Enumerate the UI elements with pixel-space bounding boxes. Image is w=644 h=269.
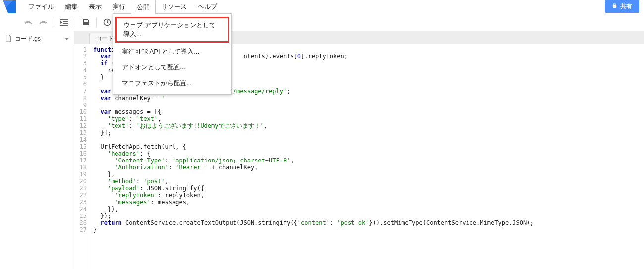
menubar-items: ファイル 編集 表示 実行 公開 リソース ヘルプ xyxy=(23,0,223,14)
code-token: 'payload' xyxy=(108,185,140,192)
code-token: ].replyToken; xyxy=(301,53,348,60)
code-token: ; xyxy=(287,88,290,95)
menu-file[interactable]: ファイル xyxy=(23,0,59,14)
code-token: 'text' xyxy=(108,122,129,129)
gutter-line: 20 xyxy=(74,178,90,185)
code-token: var xyxy=(100,95,111,102)
gutter-line: 22 xyxy=(74,192,90,199)
gutter-line: 1 xyxy=(74,46,90,53)
code-token: : messages, xyxy=(151,199,190,206)
gutter-line: 13 xyxy=(74,129,90,136)
code-token: : JSON.stringify({ xyxy=(140,185,204,192)
gutter-line: 6 xyxy=(74,81,90,88)
menu-view[interactable]: 表示 xyxy=(83,0,107,14)
code-token: return xyxy=(100,219,121,226)
code-token: 'Authorization' xyxy=(115,164,168,171)
code-token: 'content' xyxy=(297,219,330,226)
code-token: 'post' xyxy=(143,178,165,185)
code-token: 'headers' xyxy=(108,150,140,157)
chevron-down-icon xyxy=(65,38,69,40)
code-token: var xyxy=(100,53,111,60)
gutter-line: 2 xyxy=(74,53,90,60)
deploy-from-manifest[interactable]: マニフェストから配置... xyxy=(113,75,231,91)
menu-run[interactable]: 実行 xyxy=(107,0,131,14)
code-token: : replyToken, xyxy=(158,192,204,199)
deploy-as-web-app[interactable]: ウェブ アプリケーションとして導入... xyxy=(115,17,229,43)
code-token: }]; xyxy=(93,129,111,136)
publish-dropdown: ウェブ アプリケーションとして導入... 実行可能 API として導入... ア… xyxy=(113,13,232,95)
gutter-line: 25 xyxy=(74,213,90,219)
gutter-line: 5 xyxy=(74,74,90,81)
gutter-line: 17 xyxy=(74,157,90,164)
gutter-line: 3 xyxy=(74,60,90,67)
gutter-line: 21 xyxy=(74,185,90,192)
code-token: 'post ok' xyxy=(337,219,369,226)
menubar: ファイル 編集 表示 実行 公開 リソース ヘルプ 共有 xyxy=(0,0,644,14)
share-button[interactable]: 共有 xyxy=(605,0,639,13)
gutter-line: 26 xyxy=(74,219,90,226)
code-token: ContentService.createTextOutput(JSON.str… xyxy=(122,219,297,226)
app-logo xyxy=(3,0,16,13)
code-token: }); xyxy=(93,213,111,219)
code-token: 'application/json; charset=UTF-8' xyxy=(172,157,290,164)
code-token: }, xyxy=(93,171,115,178)
code-token: } xyxy=(93,226,97,233)
code-token: if xyxy=(100,60,107,67)
code-token: ' xyxy=(161,95,165,102)
code-token: })).setMimeType(ContentService.MimeType.… xyxy=(369,219,533,226)
menu-resource[interactable]: リソース xyxy=(156,0,192,14)
code-token: re xyxy=(93,67,115,74)
indent-button[interactable] xyxy=(57,15,72,29)
code-token: 'おはようございます!!Udemyでございます！' xyxy=(136,122,264,129)
share-label: 共有 xyxy=(620,2,632,11)
gutter-line: 27 xyxy=(74,226,90,233)
code-token: : { xyxy=(140,150,151,157)
toolbar: 関数を選択 を使用 xyxy=(0,14,644,31)
gutter-line: 11 xyxy=(74,115,90,122)
gutter: 1234567891011121314151617181920212223242… xyxy=(74,44,90,269)
menu-publish[interactable]: 公開 xyxy=(131,0,156,14)
code-token: 'Content-Type' xyxy=(115,157,165,164)
code-token: 'replyToken' xyxy=(115,192,158,199)
gutter-line: 14 xyxy=(74,136,90,143)
gutter-line: 15 xyxy=(74,143,90,150)
menu-help[interactable]: ヘルプ xyxy=(192,0,223,14)
code-token: 'method' xyxy=(108,178,136,185)
code-token: channelKey xyxy=(111,95,154,102)
code-token: var xyxy=(100,108,111,115)
gutter-line: 4 xyxy=(74,67,90,74)
code-token: 'type' xyxy=(108,115,129,122)
code-token: }), xyxy=(93,206,118,213)
gutter-line: 10 xyxy=(74,108,90,115)
file-name: コード.gs xyxy=(15,35,41,43)
gutter-line: 8 xyxy=(74,95,90,102)
lock-icon xyxy=(612,2,617,10)
code-token: = xyxy=(154,95,161,102)
undo-button[interactable] xyxy=(21,15,36,29)
code-token: messages xyxy=(111,108,147,115)
gutter-line: 12 xyxy=(74,122,90,129)
gutter-line: 16 xyxy=(74,150,90,157)
gutter-line: 18 xyxy=(74,164,90,171)
code-token: 'text' xyxy=(136,115,158,122)
gutter-line: 9 xyxy=(74,102,90,108)
save-button[interactable] xyxy=(78,15,93,29)
gutter-line: 19 xyxy=(74,171,90,178)
code-token: 'Bearer ' xyxy=(176,164,208,171)
deploy-as-api[interactable]: 実行可能 API として導入... xyxy=(113,44,231,59)
toolbar-sep xyxy=(54,17,54,27)
gutter-line: 7 xyxy=(74,88,90,95)
code-token: = [{ xyxy=(147,108,161,115)
gutter-line: 24 xyxy=(74,206,90,213)
toolbar-sep xyxy=(96,17,97,27)
file-item[interactable]: コード.gs xyxy=(0,31,74,47)
code-token: 0 xyxy=(297,53,301,60)
deploy-as-addon[interactable]: アドオンとして配置... xyxy=(113,59,231,75)
code-token: var xyxy=(100,88,111,95)
menu-edit[interactable]: 編集 xyxy=(59,0,83,14)
code-token: + channelKey, xyxy=(208,164,258,171)
code-token: UrlFetchApp.fetch(url, { xyxy=(93,143,186,150)
code-token: 'messages' xyxy=(115,199,150,206)
redo-button[interactable] xyxy=(36,15,51,29)
code-token: } xyxy=(93,74,104,81)
